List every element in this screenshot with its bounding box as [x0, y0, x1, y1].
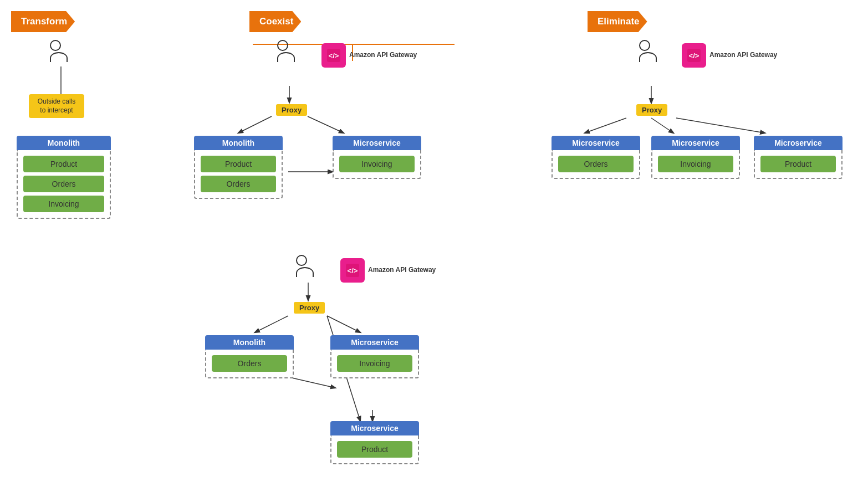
eliminate-banner: Eliminate [588, 11, 647, 32]
eliminate-micro-invoicing-header: Microservice [651, 136, 740, 150]
transform-orders-item: Orders [23, 176, 104, 192]
api-gw-text: Amazon API Gateway [349, 51, 417, 60]
coexist-bottom-micro1-header: Microservice [330, 335, 419, 350]
svg-line-16 [676, 118, 765, 133]
coexist-bottom-micro1-box: Invoicing [330, 350, 419, 378]
svg-line-8 [255, 316, 288, 332]
coexist-top-product-item: Product [201, 156, 276, 172]
svg-line-5 [308, 116, 344, 133]
api-gw-icon-2: </> [340, 258, 365, 283]
coexist-bottom-proxy-badge: Proxy [294, 302, 325, 314]
eliminate-micro-orders-header: Microservice [552, 136, 640, 150]
coexist-bottom-monolith-header: Monolith [205, 335, 294, 350]
transform-monolith-box: Product Orders Invoicing [17, 150, 111, 219]
api-gw-text-3: Amazon API Gateway [709, 51, 777, 60]
coexist-bottom-micro1-group: Microservice Invoicing [330, 335, 419, 378]
eliminate-micro-invoicing-box: Invoicing [651, 150, 740, 179]
eliminate-micro-invoicing-group: Microservice Invoicing [651, 136, 740, 179]
eliminate-orders-item: Orders [558, 156, 634, 172]
transform-monolith-header: Monolith [17, 136, 111, 150]
coexist-top-api-gw: </> Amazon API Gateway [321, 43, 417, 68]
transform-monolith-group: Monolith Product Orders Invoicing [17, 136, 111, 219]
coexist-top-microservice-box: Invoicing [333, 150, 421, 179]
coexist-bottom-person [296, 255, 314, 277]
api-gw-text-2: Amazon API Gateway [368, 266, 436, 275]
transform-label: Transform [11, 11, 75, 32]
coexist-bottom-micro2-box: Product [330, 435, 419, 464]
coexist-bottom-micro2-group: Microservice Product [330, 421, 419, 464]
person-body-icon-3 [296, 267, 314, 277]
eliminate-product-item: Product [760, 156, 836, 172]
svg-line-9 [327, 316, 360, 332]
person-body-icon-2 [277, 52, 295, 62]
eliminate-micro-orders-box: Orders [552, 150, 640, 179]
coexist-top-proxy-badge: Proxy [276, 104, 307, 116]
api-gw-icon: </> [321, 43, 346, 68]
svg-text:</>: </> [329, 52, 339, 60]
coexist-top-monolith-box: Product Orders [194, 150, 283, 199]
svg-text:</>: </> [689, 52, 699, 60]
person-head-icon-3 [296, 255, 307, 266]
eliminate-api-gw: </> Amazon API Gateway [682, 43, 777, 68]
api-gw-icon-3: </> [682, 43, 706, 68]
coexist-bottom-product-item: Product [337, 441, 412, 458]
eliminate-micro-product-box: Product [754, 150, 843, 179]
svg-line-14 [585, 118, 626, 133]
eliminate-person [639, 40, 657, 62]
coexist-bottom-api-gw: </> Amazon API Gateway [340, 258, 436, 283]
transform-invoicing-item: Invoicing [23, 196, 104, 212]
person-body-icon-4 [639, 52, 657, 62]
coexist-top-microservice-header: Microservice [333, 136, 421, 150]
outside-calls-label: Outside calls to intercept [29, 94, 84, 118]
svg-text:</>: </> [348, 266, 358, 275]
person-head-icon [50, 40, 61, 51]
eliminate-invoicing-item: Invoicing [658, 156, 733, 172]
coexist-top-monolith-group: Monolith Product Orders [194, 136, 283, 199]
person-head-icon-2 [277, 40, 288, 51]
coexist-banner: Coexist [249, 11, 301, 32]
eliminate-proxy-badge: Proxy [636, 104, 667, 116]
coexist-top-monolith-header: Monolith [194, 136, 283, 150]
svg-line-10 [287, 377, 335, 388]
eliminate-label: Eliminate [588, 11, 647, 32]
coexist-bottom-monolith-box: Orders [205, 350, 294, 378]
coexist-bottom-micro2-header: Microservice [330, 421, 419, 435]
coexist-top-person [277, 40, 295, 62]
transform-person [50, 40, 68, 62]
eliminate-micro-orders-group: Microservice Orders [552, 136, 640, 179]
coexist-top-microservice-group: Microservice Invoicing [333, 136, 421, 179]
svg-line-15 [651, 118, 673, 133]
coexist-bottom-invoicing-item: Invoicing [337, 355, 412, 372]
coexist-label: Coexist [249, 11, 301, 32]
eliminate-micro-product-header: Microservice [754, 136, 843, 150]
transform-banner: Transform [11, 11, 75, 32]
coexist-bottom-monolith-group: Monolith Orders [205, 335, 294, 378]
person-head-icon-4 [639, 40, 650, 51]
eliminate-micro-product-group: Microservice Product [754, 136, 843, 179]
coexist-top-orders-item: Orders [201, 176, 276, 192]
transform-product-item: Product [23, 156, 104, 172]
coexist-top-invoicing-item: Invoicing [339, 156, 415, 172]
svg-line-4 [238, 116, 272, 133]
person-body-icon [50, 52, 68, 62]
coexist-bottom-orders-item: Orders [212, 355, 287, 372]
